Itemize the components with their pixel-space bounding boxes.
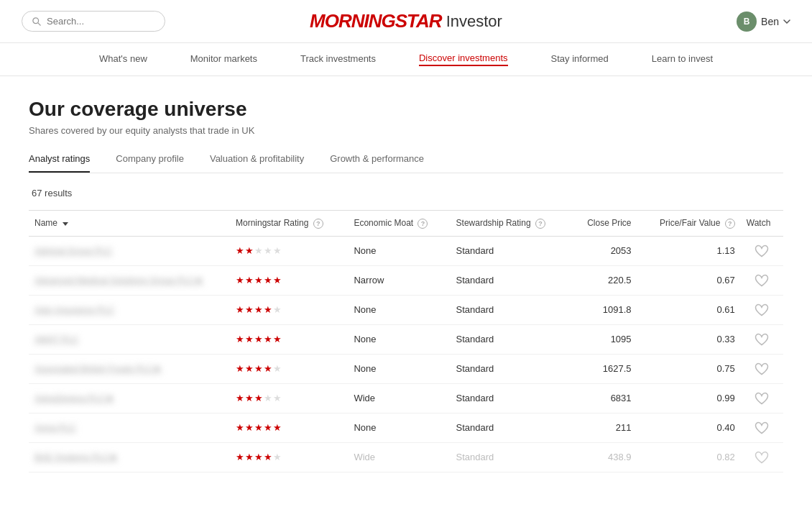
col-header-name: Name <box>29 211 230 237</box>
company-name[interactable]: AMAT PLC <box>34 334 78 344</box>
nav-item-stay-informed[interactable]: Stay informed <box>551 53 609 65</box>
cell-watch[interactable] <box>741 295 783 324</box>
cell-stewardship: Standard <box>451 236 571 265</box>
cell-price-fair-value: 0.75 <box>637 354 741 383</box>
page-title: Our coverage universe <box>29 98 783 121</box>
nav-item-monitor-markets[interactable]: Monitor markets <box>190 53 257 65</box>
cell-name[interactable]: BAE Systems PLC★ <box>29 442 230 472</box>
watch-button[interactable] <box>747 274 778 287</box>
star-rating: ★★★★★ <box>236 304 282 315</box>
cell-watch[interactable] <box>741 383 783 413</box>
nav-item-whats-new[interactable]: What's new <box>99 53 147 65</box>
col-header-close-price: Close Price <box>571 211 637 237</box>
table-row: Agio Insurance PLC★★★★★NoneStandard1091.… <box>29 295 783 324</box>
header: MORNINGSTAR Investor B Ben <box>0 0 812 43</box>
main-nav: What's new Monitor markets Track investm… <box>0 43 812 76</box>
cell-moat: Wide <box>348 383 450 413</box>
search-icon <box>32 17 41 27</box>
company-name[interactable]: Associated British Foods PLC★ <box>34 364 162 374</box>
cell-name[interactable]: Associated British Foods PLC★ <box>29 354 230 383</box>
star-rating: ★★★★★ <box>236 452 282 462</box>
tab-company-profile[interactable]: Company profile <box>116 153 184 173</box>
cell-stewardship: Standard <box>451 295 571 324</box>
table-row: AstraZeneca PLC★★★★★★WideStandard68310.9… <box>29 383 783 413</box>
avatar: B <box>737 12 757 32</box>
cell-stewardship: Standard <box>451 442 571 472</box>
cell-close-price: 1095 <box>571 324 637 354</box>
page-content: Our coverage universe Shares covered by … <box>0 76 812 472</box>
search-input[interactable] <box>47 16 154 27</box>
cell-price-fair-value: 0.99 <box>637 383 741 413</box>
company-name[interactable]: Agio Insurance PLC <box>34 305 114 315</box>
cell-price-fair-value: 0.33 <box>637 324 741 354</box>
cell-watch[interactable] <box>741 236 783 265</box>
chevron-down-icon <box>783 19 790 24</box>
watch-button[interactable] <box>747 333 778 346</box>
page-subtitle: Shares covered by our equity analysts th… <box>29 125 783 136</box>
cell-moat: Narrow <box>348 265 450 295</box>
cell-close-price: 6831 <box>571 383 637 413</box>
tab-analyst-ratings[interactable]: Analyst ratings <box>29 153 90 173</box>
cell-watch[interactable] <box>741 413 783 442</box>
watch-button[interactable] <box>747 392 778 405</box>
pfv-help-icon[interactable]: ? <box>725 219 735 229</box>
tab-growth-performance[interactable]: Growth & performance <box>330 153 424 173</box>
cell-moat: None <box>348 413 450 442</box>
user-menu[interactable]: B Ben <box>737 12 790 32</box>
rating-help-icon[interactable]: ? <box>313 219 323 229</box>
star-rating: ★★★★★ <box>236 275 282 286</box>
watch-button[interactable] <box>747 362 778 375</box>
table-row: AMAT PLC★★★★★NoneStandard10950.33 <box>29 324 783 354</box>
cell-name[interactable]: Advanced Medical Solutions Group PLC★ <box>29 265 230 295</box>
cell-watch[interactable] <box>741 354 783 383</box>
cell-name[interactable]: Aviva PLC <box>29 413 230 442</box>
watch-button[interactable] <box>747 303 778 316</box>
star-rating: ★★★★★ <box>236 422 282 433</box>
watch-button[interactable] <box>747 421 778 434</box>
cell-close-price: 1091.8 <box>571 295 637 324</box>
cell-name[interactable]: AstraZeneca PLC★ <box>29 383 230 413</box>
nav-item-track-investments[interactable]: Track investments <box>300 53 376 65</box>
cell-name[interactable]: Agio Insurance PLC <box>29 295 230 324</box>
nav-item-discover-investments[interactable]: Discover investments <box>419 52 508 66</box>
cell-rating: ★★★★★ <box>230 413 348 442</box>
cell-watch[interactable] <box>741 265 783 295</box>
cell-price-fair-value: 0.82 <box>637 442 741 472</box>
logo-morningstar-text: MORNINGSTAR <box>310 10 442 32</box>
table-row: BAE Systems PLC★★★★★★WideStandard438.90.… <box>29 442 783 472</box>
cell-price-fair-value: 0.67 <box>637 265 741 295</box>
col-header-watch: Watch <box>741 211 783 237</box>
cell-rating: ★★★★★ <box>230 383 348 413</box>
data-table: Name Morningstar Rating ? Economic Moat … <box>29 210 783 472</box>
cell-rating: ★★★★★ <box>230 354 348 383</box>
cell-rating: ★★★★★ <box>230 324 348 354</box>
tab-valuation-profitability[interactable]: Valuation & profitability <box>210 153 304 173</box>
search-bar[interactable] <box>22 11 165 32</box>
watch-button[interactable] <box>747 451 778 464</box>
company-name[interactable]: Advanced Medical Solutions Group PLC★ <box>34 275 203 286</box>
company-name[interactable]: AstraZeneca PLC★ <box>34 393 114 403</box>
col-header-moat: Economic Moat ? <box>348 211 450 237</box>
cell-rating: ★★★★★ <box>230 442 348 472</box>
moat-help-icon[interactable]: ? <box>417 219 428 229</box>
cell-close-price: 438.9 <box>571 442 637 472</box>
company-name[interactable]: BAE Systems PLC★ <box>34 452 118 462</box>
sort-icon <box>63 222 68 226</box>
cell-watch[interactable] <box>741 442 783 472</box>
svg-line-1 <box>38 23 40 25</box>
watch-button[interactable] <box>747 245 778 257</box>
company-name[interactable]: Admiral Group PLC <box>34 246 112 256</box>
cell-stewardship: Standard <box>451 265 571 295</box>
stewardship-help-icon[interactable]: ? <box>535 219 545 229</box>
cell-name[interactable]: AMAT PLC <box>29 324 230 354</box>
cell-moat: None <box>348 324 450 354</box>
logo-investor-text: Investor <box>446 12 502 31</box>
cell-name[interactable]: Admiral Group PLC <box>29 236 230 265</box>
company-name[interactable]: Aviva PLC <box>34 423 76 433</box>
cell-moat: Wide <box>348 442 450 472</box>
nav-item-learn-to-invest[interactable]: Learn to invest <box>652 53 713 65</box>
cell-stewardship: Standard <box>451 324 571 354</box>
cell-watch[interactable] <box>741 324 783 354</box>
tabs: Analyst ratings Company profile Valuatio… <box>29 153 783 173</box>
logo: MORNINGSTAR Investor <box>310 10 502 32</box>
